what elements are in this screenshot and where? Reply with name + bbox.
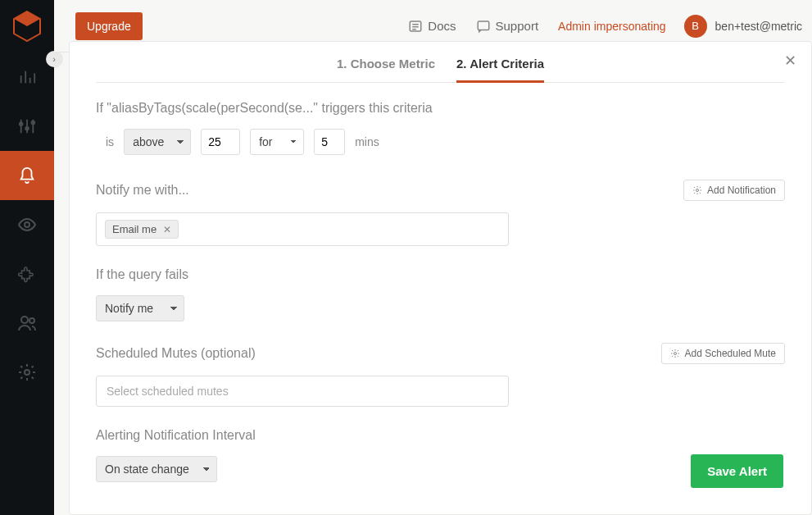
svg-rect-20 — [478, 21, 489, 30]
query-fail-title: If the query fails — [96, 267, 785, 282]
notify-channels-input[interactable]: Email me ✕ — [96, 212, 509, 246]
close-icon[interactable]: ✕ — [784, 53, 796, 68]
svg-marker-1 — [14, 11, 40, 26]
criteria-threshold-input[interactable] — [201, 129, 240, 155]
alert-form: If "aliasByTags(scale(perSecond(se..." t… — [70, 83, 811, 507]
tab-choose-metric[interactable]: 1. Choose Metric — [337, 57, 435, 82]
criteria-is-label: is — [106, 135, 114, 148]
tab-alert-criteria[interactable]: 2. Alert Criteria — [456, 57, 544, 83]
criteria-sentence: If "aliasByTags(scale(perSecond(se..." t… — [96, 101, 785, 116]
sidebar-item-integrations[interactable] — [0, 249, 54, 299]
svg-point-21 — [696, 189, 698, 192]
support-link[interactable]: Support — [476, 19, 539, 34]
notify-tag-email[interactable]: Email me ✕ — [105, 220, 179, 239]
add-notification-button[interactable]: Add Notification — [683, 180, 785, 201]
users-icon — [17, 313, 37, 333]
support-label: Support — [496, 19, 539, 33]
query-fail-select[interactable]: Notify me — [96, 295, 184, 321]
add-mute-label: Add Scheduled Mute — [685, 348, 776, 359]
add-notification-label: Add Notification — [707, 185, 776, 196]
sidebar-item-team[interactable] — [0, 299, 54, 348]
sidebar — [0, 0, 54, 515]
sliders-icon — [18, 117, 36, 135]
avatar[interactable]: B — [684, 15, 707, 38]
bar-chart-icon — [18, 68, 36, 86]
alert-modal: ✕ 1. Choose Metric 2. Alert Criteria If … — [69, 41, 812, 515]
scheduled-mutes-input[interactable] — [96, 376, 509, 407]
criteria-row: is above for mins — [106, 129, 785, 155]
svg-point-15 — [25, 370, 29, 375]
svg-point-22 — [674, 353, 676, 355]
notify-title: Notify me with... — [96, 183, 189, 198]
criteria-comparator-select[interactable]: above — [124, 129, 191, 155]
save-alert-button[interactable]: Save Alert — [691, 454, 783, 488]
mutes-title: Scheduled Mutes (optional) — [96, 346, 256, 361]
docs-link[interactable]: Docs — [408, 19, 456, 34]
svg-point-13 — [21, 317, 28, 323]
bell-icon — [18, 166, 36, 185]
svg-point-14 — [29, 318, 34, 323]
docs-label: Docs — [428, 19, 456, 33]
gear-small-icon — [692, 185, 702, 195]
chevron-right-icon: › — [52, 54, 56, 64]
notify-tag-label: Email me — [112, 223, 157, 235]
sidebar-item-alerts[interactable] — [0, 151, 54, 200]
remove-tag-icon[interactable]: ✕ — [163, 224, 171, 235]
upgrade-button[interactable]: Upgrade — [75, 12, 143, 40]
interval-select[interactable]: On state change — [96, 456, 217, 482]
impersonating-banner[interactable]: Admin impersonating — [558, 20, 666, 33]
sidebar-item-metrics[interactable] — [0, 102, 54, 151]
modal-tabs: 1. Choose Metric 2. Alert Criteria — [96, 57, 785, 83]
criteria-for-select[interactable]: for — [250, 129, 304, 155]
eye-icon — [17, 215, 37, 235]
puzzle-icon — [17, 264, 37, 284]
gear-icon — [17, 362, 37, 382]
chat-icon — [476, 19, 491, 34]
logo-hexagon-icon — [13, 11, 41, 42]
brand-logo[interactable] — [0, 0, 54, 52]
gear-small-icon — [670, 349, 680, 358]
criteria-mins-label: mins — [355, 135, 379, 148]
add-scheduled-mute-button[interactable]: Add Scheduled Mute — [661, 343, 785, 364]
interval-title: Alerting Notification Interval — [96, 428, 785, 443]
sidebar-expand-toggle[interactable]: › — [46, 51, 62, 67]
criteria-duration-input[interactable] — [314, 129, 345, 155]
sidebar-item-settings[interactable] — [0, 348, 54, 397]
user-email[interactable]: ben+test@metric — [715, 20, 802, 33]
sidebar-item-visibility[interactable] — [0, 200, 54, 249]
news-icon — [408, 19, 423, 34]
svg-point-12 — [25, 222, 29, 227]
